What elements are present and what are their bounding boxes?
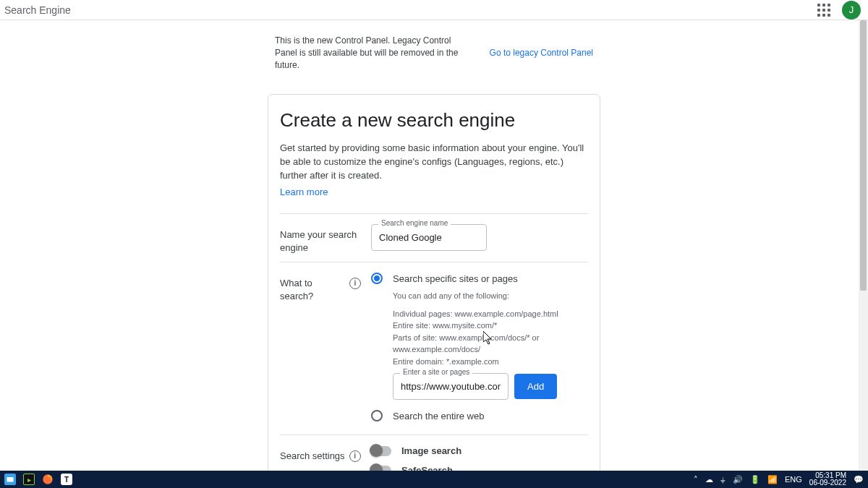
divider bbox=[280, 262, 588, 262]
page-title: Search Engine bbox=[4, 4, 71, 16]
add-button[interactable]: Add bbox=[514, 374, 557, 399]
tray-battery-icon[interactable]: 🔋 bbox=[750, 475, 760, 484]
create-engine-card: Create a new search engine Get started b… bbox=[268, 94, 600, 488]
tray-chevron-icon[interactable]: ˄ bbox=[694, 475, 698, 484]
helper-text: You can add any of the following: Indivi… bbox=[393, 290, 588, 367]
radio-specific-sites[interactable] bbox=[371, 273, 383, 284]
engine-name-input[interactable] bbox=[371, 224, 487, 251]
tray-notifications-icon[interactable]: 💬 bbox=[854, 475, 864, 484]
divider bbox=[280, 435, 588, 435]
tray-lang[interactable]: ENG bbox=[785, 475, 802, 484]
scrollbar-thumb[interactable] bbox=[860, 20, 867, 291]
site-field-wrapper: Enter a site or pages bbox=[393, 373, 509, 400]
taskbar-text-icon[interactable]: T bbox=[61, 474, 72, 485]
tray-wifi-icon[interactable]: ⏚ bbox=[720, 475, 726, 484]
tray-clock[interactable]: 05:31 PM 06-09-2022 bbox=[809, 472, 846, 487]
info-icon[interactable]: i bbox=[349, 278, 361, 289]
card-heading: Create a new search engine bbox=[280, 109, 588, 132]
info-icon[interactable]: i bbox=[349, 450, 361, 462]
svg-rect-0 bbox=[7, 477, 14, 482]
site-input[interactable] bbox=[393, 373, 509, 400]
tray-cloud-icon[interactable]: ☁ bbox=[705, 475, 713, 484]
scrollbar[interactable] bbox=[859, 20, 868, 471]
learn-more-link[interactable]: Learn more bbox=[280, 187, 328, 197]
taskbar-firefox-icon[interactable] bbox=[42, 474, 54, 485]
name-label: Name your search engine bbox=[280, 224, 361, 254]
settings-label: Search settings bbox=[280, 450, 345, 463]
radio-entire-web[interactable] bbox=[371, 410, 383, 421]
tray-network-icon[interactable]: 📶 bbox=[767, 475, 778, 484]
what-to-search-label: What to search? bbox=[280, 277, 345, 303]
avatar[interactable]: J bbox=[842, 1, 861, 20]
name-float-label: Search engine name bbox=[378, 219, 451, 227]
divider bbox=[280, 213, 588, 214]
toggle-image-label: Image search bbox=[401, 445, 461, 456]
radio-specific-label: Search specific sites or pages bbox=[393, 273, 518, 284]
card-description: Get started by providing some basic info… bbox=[280, 142, 588, 183]
site-float-label: Enter a site or pages bbox=[400, 368, 472, 376]
legacy-notice: This is the new Control Panel. Legacy Co… bbox=[268, 29, 600, 77]
apps-icon[interactable] bbox=[817, 4, 830, 17]
taskbar-terminal-icon[interactable]: ▸ bbox=[23, 474, 35, 485]
taskbar-files-icon[interactable] bbox=[4, 474, 16, 485]
radio-entire-label: Search the entire web bbox=[393, 411, 484, 421]
legacy-text: This is the new Control Panel. Legacy Co… bbox=[275, 35, 463, 71]
legacy-link[interactable]: Go to legacy Control Panel bbox=[490, 48, 593, 58]
topbar: Search Engine J bbox=[0, 0, 868, 20]
tray-volume-icon[interactable]: 🔊 bbox=[733, 475, 743, 484]
taskbar: ▸ T ˄ ☁ ⏚ 🔊 🔋 📶 ENG 05:31 PM 06-09-2022 … bbox=[0, 471, 868, 488]
toggle-image-search[interactable] bbox=[371, 446, 391, 456]
name-field-wrapper: Search engine name bbox=[371, 224, 487, 251]
